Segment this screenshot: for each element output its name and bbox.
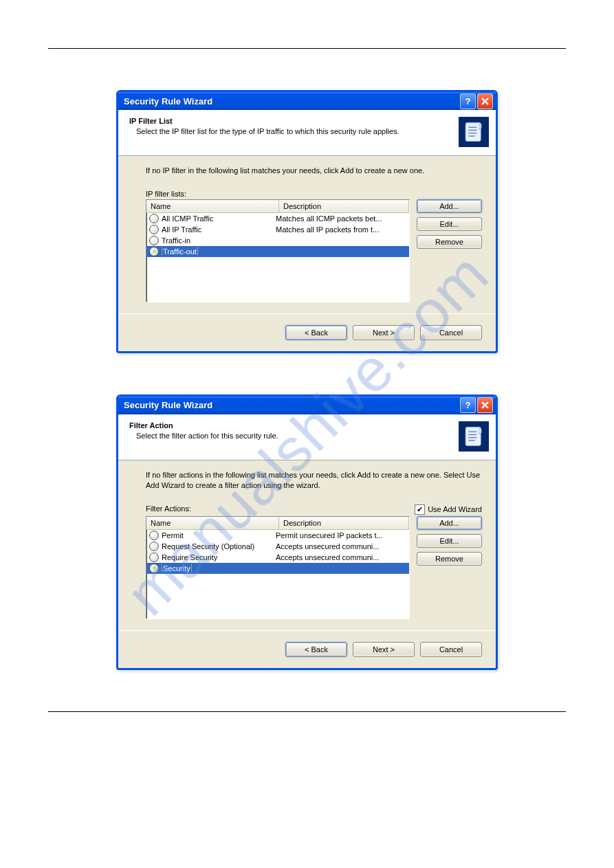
radio-icon[interactable] — [149, 214, 159, 223]
use-add-wizard-label: Use Add Wizard — [428, 505, 482, 513]
list-item[interactable]: Traffic-in — [146, 235, 409, 246]
window-title: Security Rule Wizard — [124, 400, 459, 410]
list-item-description: Accepts unsecured communi... — [276, 553, 406, 561]
list-item-description: Accepts unsecured communi... — [276, 542, 406, 550]
page-top-rule — [48, 48, 566, 49]
close-button[interactable] — [477, 93, 493, 109]
add-button[interactable]: Add... — [417, 199, 482, 213]
page-bottom-rule — [48, 711, 566, 712]
wizard-header: Filter Action Select the filter action f… — [118, 414, 496, 460]
remove-button[interactable]: Remove — [417, 235, 482, 249]
list-item[interactable]: Security — [146, 563, 409, 574]
list-item-name: Require Security — [162, 553, 276, 561]
header-title: IP Filter List — [129, 117, 453, 125]
list-item[interactable]: All IP Traffic Matches all IP packets fr… — [146, 224, 409, 235]
radio-icon[interactable] — [149, 564, 159, 573]
back-button[interactable]: < Back — [285, 325, 347, 340]
cancel-button[interactable]: Cancel — [420, 642, 482, 657]
add-button[interactable]: Add... — [417, 516, 482, 530]
scroll-icon — [459, 117, 489, 147]
list-item-name: Request Security (Optional) — [162, 542, 276, 550]
column-header-description[interactable]: Description — [279, 517, 409, 530]
list-item-name: Permit — [162, 531, 276, 539]
wizard-footer: < Back Next > Cancel — [118, 313, 496, 351]
radio-icon[interactable] — [149, 225, 159, 234]
help-button[interactable]: ? — [460, 93, 476, 109]
list-item-name: All ICMP Traffic — [162, 214, 276, 223]
filter-listbox[interactable]: Name Description Permit Permit unsecured… — [146, 516, 410, 619]
list-item-description: Permit unsecured IP packets t... — [276, 531, 406, 539]
column-header-name[interactable]: Name — [146, 200, 279, 213]
list-item-name: Security — [162, 564, 276, 572]
use-add-wizard-checkbox[interactable]: ✔ — [415, 504, 425, 515]
list-item-name: Traffic-in — [162, 236, 276, 245]
list-item[interactable]: All ICMP Traffic Matches all ICMP packet… — [146, 213, 409, 224]
dialog: Security Rule Wizard ? Filter Action Sel… — [116, 394, 498, 670]
radio-icon[interactable] — [149, 542, 159, 551]
list-item-name: Traffic-out — [162, 247, 276, 256]
list-item[interactable]: Traffic-out — [146, 246, 409, 257]
radio-icon[interactable] — [149, 236, 159, 245]
instruction-text: If no filter actions in the following li… — [146, 470, 482, 491]
list-item[interactable]: Require Security Accepts unsecured commu… — [146, 552, 409, 563]
column-header-name[interactable]: Name — [146, 517, 279, 530]
remove-button[interactable]: Remove — [417, 552, 482, 566]
list-item-description: Matches all ICMP packets bet... — [276, 214, 406, 223]
header-subtitle: Select the IP filter list for the type o… — [136, 127, 453, 135]
titlebar[interactable]: Security Rule Wizard ? — [118, 397, 496, 414]
edit-button[interactable]: Edit... — [417, 217, 482, 231]
close-button[interactable] — [477, 397, 493, 413]
next-button[interactable]: Next > — [353, 325, 415, 340]
column-header-description[interactable]: Description — [279, 200, 409, 213]
wizard-header: IP Filter List Select the IP filter list… — [118, 110, 496, 156]
header-subtitle: Select the filter action for this securi… — [136, 432, 453, 440]
wizard-footer: < Back Next > Cancel — [118, 630, 496, 668]
scroll-icon — [459, 421, 489, 452]
header-title: Filter Action — [129, 421, 453, 430]
instruction-text: If no IP filter in the following list ma… — [146, 166, 482, 176]
list-label: Filter Actions: — [146, 504, 191, 513]
cancel-button[interactable]: Cancel — [420, 325, 482, 340]
next-button[interactable]: Next > — [353, 642, 415, 657]
list-item-name: All IP Traffic — [162, 225, 276, 234]
radio-icon[interactable] — [149, 531, 159, 540]
list-item-description: Matches all IP packets from t... — [276, 225, 406, 234]
filter-listbox[interactable]: Name Description All ICMP Traffic Matche… — [146, 199, 410, 302]
radio-icon[interactable] — [149, 247, 159, 256]
list-label: IP filter lists: — [146, 190, 482, 198]
radio-icon[interactable] — [149, 553, 159, 562]
dialog: Security Rule Wizard ? IP Filter List Se… — [116, 90, 498, 353]
list-item[interactable]: Permit Permit unsecured IP packets t... — [146, 530, 409, 541]
help-button[interactable]: ? — [460, 397, 476, 413]
list-item[interactable]: Request Security (Optional) Accepts unse… — [146, 541, 409, 552]
edit-button[interactable]: Edit... — [417, 534, 482, 548]
titlebar[interactable]: Security Rule Wizard ? — [118, 92, 496, 110]
back-button[interactable]: < Back — [285, 642, 347, 657]
window-title: Security Rule Wizard — [124, 96, 459, 107]
